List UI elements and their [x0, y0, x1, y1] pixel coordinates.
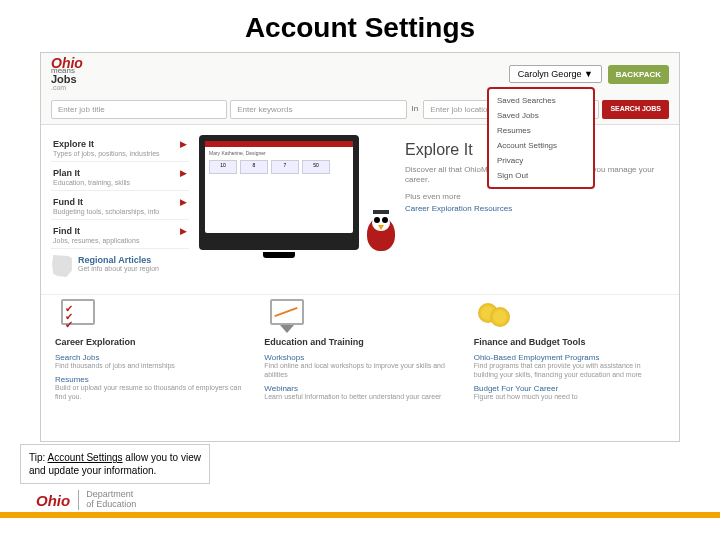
col-finance: Finance and Budget Tools Ohio-Based Empl…	[474, 297, 665, 401]
sidebar-regional[interactable]: Regional Articles Get info about your re…	[51, 251, 189, 281]
user-area: Carolyn George ▼ BACKPACK Saved Searches…	[509, 65, 669, 84]
col-education: Education and Training Workshops Find on…	[264, 297, 455, 401]
dropdown-saved-searches[interactable]: Saved Searches	[489, 93, 593, 108]
col-title: Career Exploration	[55, 337, 246, 347]
user-menu-button[interactable]: Carolyn George ▼	[509, 65, 602, 83]
tip-box: Tip: Account Settings allow you to view …	[20, 444, 210, 484]
footer-dept2: of Education	[86, 500, 136, 510]
sidebar-explore[interactable]: Explore It Types of jobs, positions, ind…	[51, 135, 189, 162]
col-sub: Figure out how much you need to	[474, 393, 665, 402]
col-career: ✔ ✔ ✔ Career Exploration Search Jobs Fin…	[55, 297, 246, 401]
hero-section: Mary Katherine, Designer 108750 Explore …	[199, 135, 669, 281]
sidebar-title: Fund It	[53, 197, 180, 207]
monitor-graphic: Mary Katherine, Designer 108750	[199, 135, 359, 250]
sidebar-find[interactable]: Find It Jobs, resumes, applications ▶	[51, 222, 189, 249]
sidebar-fund[interactable]: Fund It Budgeting tools, scholarships, i…	[51, 193, 189, 220]
dropdown-account-settings[interactable]: Account Settings	[489, 138, 593, 153]
col-sub: Learn useful information to better under…	[264, 393, 455, 402]
footer-logo: Ohio Department of Education	[36, 490, 136, 510]
link-search-jobs[interactable]: Search Jobs	[55, 353, 246, 362]
footer-ohio: Ohio	[36, 492, 70, 509]
sidebar: Explore It Types of jobs, positions, ind…	[51, 135, 189, 281]
footer-bar	[0, 512, 720, 518]
monitor-username: Mary Katherine, Designer	[209, 150, 349, 156]
explore-more: Plus even more	[405, 192, 669, 201]
chevron-right-icon: ▶	[180, 226, 187, 236]
link-webinars[interactable]: Webinars	[264, 384, 455, 393]
job-title-input[interactable]: Enter job title	[51, 100, 227, 119]
ohio-map-icon	[51, 255, 73, 277]
dropdown-sign-out[interactable]: Sign Out	[489, 168, 593, 183]
col-sub: Find thousands of jobs and internships	[55, 362, 246, 371]
explore-link[interactable]: Career Exploration Resources	[405, 204, 669, 213]
topbar: Ohio means Jobs .com Carolyn George ▼ BA…	[41, 53, 679, 95]
chevron-right-icon: ▶	[180, 168, 187, 178]
sidebar-sub: Budgeting tools, scholarships, info	[53, 208, 180, 215]
sidebar-title: Plan It	[53, 168, 180, 178]
sidebar-sub: Jobs, resumes, applications	[53, 237, 180, 244]
dropdown-saved-jobs[interactable]: Saved Jobs	[489, 108, 593, 123]
tip-em: Account Settings	[48, 452, 123, 463]
search-jobs-button[interactable]: SEARCH JOBS	[602, 100, 669, 119]
presentation-chart-icon	[264, 297, 312, 333]
tip-prefix: Tip:	[29, 452, 48, 463]
link-budget-career[interactable]: Budget For Your Career	[474, 384, 665, 393]
checklist-icon: ✔ ✔ ✔	[55, 297, 103, 333]
sidebar-sub: Types of jobs, positions, industries	[53, 150, 180, 157]
sidebar-plan[interactable]: Plan It Education, training, skills ▶	[51, 164, 189, 191]
logo-com: .com	[51, 85, 83, 91]
col-title: Education and Training	[264, 337, 455, 347]
sidebar-sub: Education, training, skills	[53, 179, 180, 186]
dropdown-privacy[interactable]: Privacy	[489, 153, 593, 168]
sidebar-title: Find It	[53, 226, 180, 236]
regional-sub: Get info about your region	[78, 265, 159, 272]
info-columns: ✔ ✔ ✔ Career Exploration Search Jobs Fin…	[41, 294, 679, 403]
backpack-button[interactable]: BACKPACK	[608, 65, 669, 84]
cardinal-mascot-icon	[367, 209, 397, 251]
keywords-input[interactable]: Enter keywords	[230, 100, 406, 119]
chevron-right-icon: ▶	[180, 197, 187, 207]
site-logo[interactable]: Ohio means Jobs .com	[51, 58, 83, 91]
regional-title: Regional Articles	[78, 255, 159, 265]
col-sub: Find online and local workshops to impro…	[264, 362, 455, 380]
footer-dept: Department of Education	[78, 490, 136, 510]
link-employment-programs[interactable]: Ohio-Based Employment Programs	[474, 353, 665, 362]
slide-title: Account Settings	[0, 12, 720, 44]
col-title: Finance and Budget Tools	[474, 337, 665, 347]
link-resumes[interactable]: Resumes	[55, 375, 246, 384]
search-in-label: In	[410, 100, 421, 119]
dropdown-resumes[interactable]: Resumes	[489, 123, 593, 138]
chevron-right-icon: ▶	[180, 139, 187, 149]
col-sub: Build or upload your resume so thousands…	[55, 384, 246, 402]
coins-icon	[474, 297, 522, 333]
sidebar-title: Explore It	[53, 139, 180, 149]
user-dropdown: Saved Searches Saved Jobs Resumes Accoun…	[487, 87, 595, 189]
col-sub: Find programs that can provide you with …	[474, 362, 665, 380]
app-screenshot: Ohio means Jobs .com Carolyn George ▼ BA…	[40, 52, 680, 442]
link-workshops[interactable]: Workshops	[264, 353, 455, 362]
